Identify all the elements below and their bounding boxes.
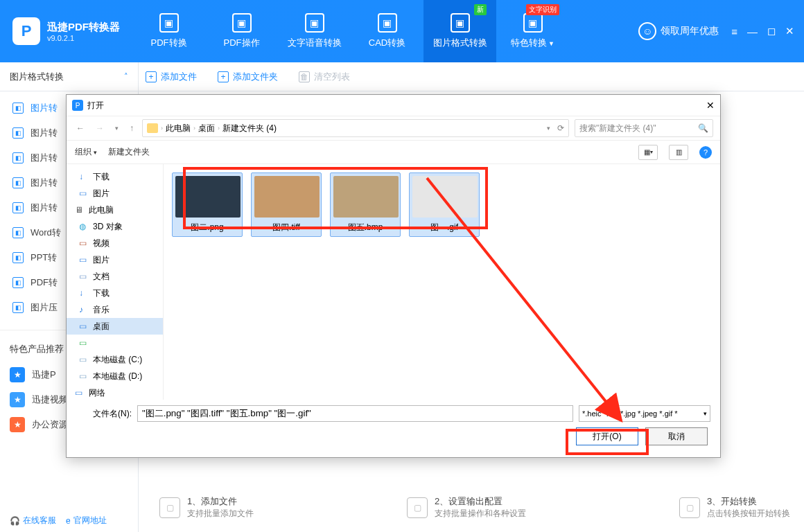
tree-icon: ▭	[79, 371, 89, 381]
nav-forward-icon[interactable]: →	[93, 123, 107, 133]
tree-label: 图片	[93, 254, 110, 266]
file-item[interactable]: 图二.png	[172, 172, 243, 237]
tree-item[interactable]: ↓下载	[67, 285, 163, 301]
tree-icon: ▭	[79, 272, 89, 281]
menu-icon[interactable]: ≡	[731, 26, 737, 37]
nav-up-icon[interactable]: ↑	[127, 123, 137, 133]
tree-item[interactable]: ▭文档	[67, 268, 163, 285]
tree-item[interactable]: ▭本地磁盘 (D:)	[67, 368, 163, 384]
top-tab[interactable]: ▣特色转换▼文字识别	[496, 0, 569, 62]
folder-icon	[147, 123, 158, 133]
tree-label: 图片	[93, 188, 110, 200]
tree-item[interactable]: ▭视频	[67, 235, 163, 251]
top-tab[interactable]: ▣CAD转换	[351, 0, 423, 62]
app-small-icon: P	[72, 100, 83, 111]
file-name: 图一.gif	[412, 222, 476, 233]
step-title: 1、添加文件	[187, 495, 254, 508]
crumb-3[interactable]: 新建文件夹 (4)	[222, 123, 277, 134]
toolbar-item[interactable]: +添加文件夹	[218, 71, 278, 83]
tree-item[interactable]: ↓下载	[67, 168, 163, 185]
step-title: 3、开始转换	[707, 495, 790, 508]
tab-label: 图片格式转换	[433, 37, 487, 49]
rec-label: 迅捷P	[32, 369, 56, 381]
user-icon: ☺	[638, 22, 656, 40]
file-item[interactable]: 图五.bmp	[330, 172, 401, 237]
tree-icon: ▭	[75, 388, 85, 398]
toolbar-label: 添加文件	[161, 71, 197, 83]
top-tab[interactable]: ▣图片格式转换新	[423, 0, 496, 62]
dialog-titlebar: P 打开 ✕	[67, 95, 720, 116]
promo-link[interactable]: ☺ 领取周年优惠	[638, 22, 719, 40]
sidebar-item-label: 图片压	[30, 301, 58, 314]
tree-label: 视频	[93, 238, 110, 249]
top-bar: P 迅捷PDF转换器 v9.0.2.1 ▣PDF转换▣PDF操作▣文字语音转换▣…	[0, 0, 804, 62]
sidebar-header[interactable]: 图片格式转换 ˄	[0, 62, 138, 91]
tree-icon: ▭	[79, 188, 89, 198]
organize-menu[interactable]: 组织 ▾	[75, 146, 97, 158]
step-sub: 点击转换按钮开始转换	[707, 508, 790, 520]
search-placeholder: 搜索"新建文件夹 (4)"	[579, 123, 656, 134]
dialog-title-left: P 打开	[72, 100, 104, 112]
step-icon: ▢	[159, 497, 180, 518]
website-link[interactable]: e官网地址	[66, 515, 107, 526]
tree-item[interactable]: ▭图片	[67, 185, 163, 202]
view-mode-button[interactable]: ▦ ▾	[638, 145, 658, 160]
app-title-block: 迅捷PDF转换器 v9.0.2.1	[47, 21, 120, 42]
toolbar-icon: +	[146, 71, 157, 82]
top-tab[interactable]: ▣PDF操作	[205, 0, 278, 62]
tree-icon: 🖥	[75, 205, 85, 215]
support-link[interactable]: 🎧在线客服	[10, 515, 56, 526]
tab-icon: ▣	[305, 13, 324, 33]
minimize-icon[interactable]: —	[747, 26, 758, 37]
cancel-button[interactable]: 取消	[645, 427, 708, 445]
tab-label: CAD转换	[369, 37, 405, 49]
crumb-refresh-icon[interactable]: ⟳	[557, 123, 564, 133]
top-tab[interactable]: ▣PDF转换	[132, 0, 205, 62]
close-icon[interactable]: ✕	[785, 25, 794, 37]
tree-item[interactable]: ◍3D 对象	[67, 218, 163, 235]
maximize-icon[interactable]: ◻	[767, 25, 776, 37]
tab-icon: ▣	[378, 13, 397, 33]
tree-item[interactable]: ♪音乐	[67, 301, 163, 318]
dialog-nav: ← → ▾ ↑ › 此电脑 › 桌面 › 新建文件夹 (4) ▾ ⟳ 搜索"新建…	[67, 116, 720, 141]
file-item[interactable]: 图一.gif	[409, 172, 480, 237]
tab-label: 文字语音转换	[288, 37, 342, 49]
filename-input[interactable]	[137, 405, 573, 422]
tree-item[interactable]: ▭	[67, 335, 163, 351]
nav-history-icon[interactable]: ▾	[112, 125, 121, 132]
open-button[interactable]: 打开(O)	[576, 427, 638, 445]
app-name: 迅捷PDF转换器	[47, 21, 120, 34]
filetype-filter[interactable]: *.heic *.ico *.jpg *.jpeg *.gif * ▾	[579, 405, 710, 422]
file-thumbnail	[175, 176, 241, 218]
tree-label: 3D 对象	[93, 221, 123, 233]
toolbar-item: 🗑清空列表	[299, 71, 350, 83]
tab-badge: 新	[474, 4, 487, 15]
file-grid: 图二.png图四.tiff图五.bmp图一.gif	[164, 164, 720, 400]
tree-icon: ↓	[79, 288, 89, 298]
crumb-2[interactable]: 桌面	[198, 123, 215, 134]
top-right-area: ☺ 领取周年优惠 ≡ — ◻ ✕	[638, 0, 804, 62]
crumb-dropdown-icon[interactable]: ▾	[547, 125, 550, 132]
folder-tree: ↓下载▭图片🖥此电脑◍3D 对象▭视频▭图片▭文档↓下载♪音乐▭桌面▭▭本地磁盘…	[67, 164, 164, 400]
preview-pane-button[interactable]: ▥	[669, 145, 688, 160]
tree-item[interactable]: ▭网络	[67, 384, 163, 400]
nav-back-icon[interactable]: ←	[73, 123, 87, 133]
file-item[interactable]: 图四.tiff	[251, 172, 322, 237]
tree-item[interactable]: ▭本地磁盘 (C:)	[67, 351, 163, 368]
tree-item[interactable]: 🖥此电脑	[67, 202, 163, 218]
file-thumbnail	[333, 176, 399, 218]
sidebar-item-label: 图片转	[30, 202, 58, 214]
toolbar-item[interactable]: +添加文件	[146, 71, 197, 83]
top-tab[interactable]: ▣文字语音转换	[278, 0, 351, 62]
new-folder-button[interactable]: 新建文件夹	[108, 146, 150, 158]
tree-item[interactable]: ▭图片	[67, 251, 163, 268]
tree-label: 下载	[93, 171, 110, 183]
tree-item[interactable]: ▭桌面	[67, 318, 163, 335]
breadcrumb[interactable]: › 此电脑 › 桌面 › 新建文件夹 (4) ▾ ⟳	[142, 119, 569, 137]
dialog-search[interactable]: 搜索"新建文件夹 (4)" 🔍	[575, 119, 713, 137]
crumb-1[interactable]: 此电脑	[166, 123, 191, 134]
help-icon[interactable]: ?	[699, 146, 712, 159]
sidebar-item-label: 图片转	[30, 152, 58, 164]
toolbar-icon: 🗑	[299, 71, 310, 82]
dialog-close-icon[interactable]: ✕	[706, 100, 715, 111]
